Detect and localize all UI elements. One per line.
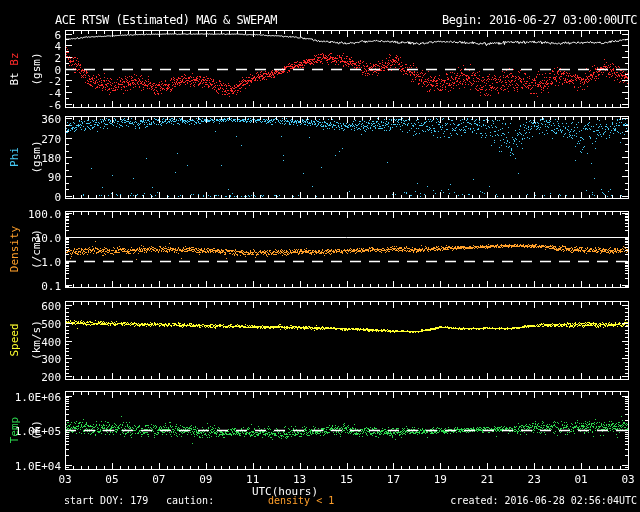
- swx-plot-canvas: [0, 0, 640, 512]
- bt-bz-axis-label: Bt Bz: [8, 19, 22, 119]
- bt-bz-axis-unit: (gsm): [30, 19, 44, 119]
- bt-label: Bt: [8, 66, 21, 86]
- phi-axis-unit: (gsm): [30, 107, 44, 207]
- density-axis-label: Density: [8, 199, 22, 299]
- footer-caution-label: caution:: [166, 495, 214, 506]
- density-axis-unit: (/cm3): [30, 199, 44, 299]
- ace-rtsw-plot: ACE RTSW (Estimated) MAG & SWEPAM Begin:…: [0, 0, 640, 512]
- bz-label: Bz: [8, 52, 21, 65]
- footer-created-timestamp: created: 2016-06-28 02:56:04UTC: [450, 495, 637, 506]
- plot-title: ACE RTSW (Estimated) MAG & SWEPAM: [55, 13, 277, 27]
- footer-caution-value: density < 1: [268, 495, 334, 506]
- speed-axis-label: Speed: [8, 290, 22, 390]
- phi-axis-label: Phi: [8, 107, 22, 207]
- speed-axis-unit: (km/s): [30, 290, 44, 390]
- temp-axis-label: Temp: [8, 380, 22, 480]
- begin-timestamp: Begin: 2016-06-27 03:00:00UTC: [442, 13, 637, 27]
- footer-start-doy: start DOY: 179: [64, 495, 148, 506]
- temp-axis-unit: (K): [30, 380, 44, 480]
